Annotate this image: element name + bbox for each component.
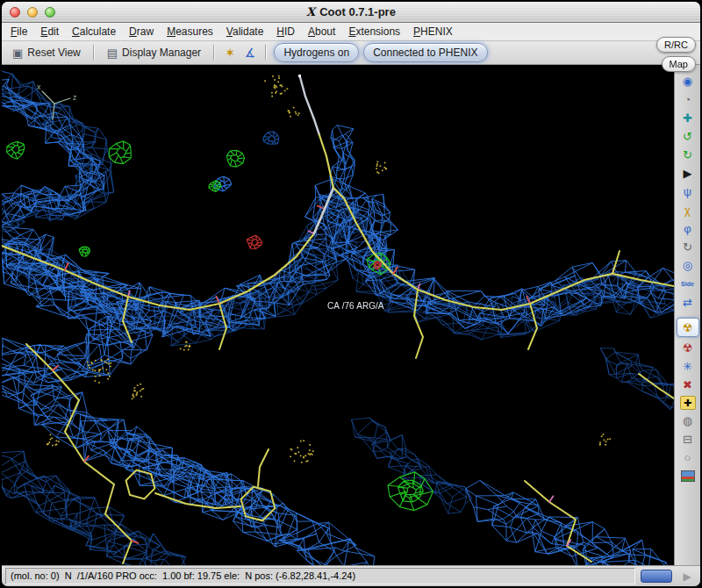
goto-atom-icon[interactable]: ✶ [222,46,238,60]
traffic-lights [2,7,55,18]
toolbar-separator [265,45,267,61]
flip-peptide-icon[interactable]: ⇄ [677,294,698,311]
rotate-translate-icon[interactable]: ✚ [677,110,698,126]
zoom-button[interactable] [45,7,55,18]
pepflip-icon[interactable]: ✳ [677,358,698,375]
menu-bar: File Edit Calculate Draw Measures Valida… [2,23,700,41]
screenshot-icon[interactable] [677,468,698,484]
play-icon: ▶ [683,570,691,583]
regularize-zone-icon[interactable]: ☢ [677,340,698,356]
side-chain-180-icon[interactable]: Side [677,276,698,292]
reset-view-label: Reset View [27,47,80,59]
mutate-icon[interactable]: ◍ [677,412,698,429]
toolbar: ▣ Reset View ▤ Display Manager ✶ ∡ Hydro… [2,41,700,65]
auto-fit-rotamer-icon[interactable]: ✖ [677,376,698,393]
menu-about[interactable]: About [308,25,335,38]
add-terminal-residue-icon[interactable]: ✚ [680,396,696,410]
window-title: X Coot 0.7.1-pre [2,5,700,18]
measure-distance-icon[interactable]: ∡ [242,46,259,60]
chi-angles-icon[interactable]: χ [677,202,698,219]
rrc-button[interactable]: R/RC [656,37,696,53]
status-text: (mol. no: 0) N /1/A/160 PRO occ: 1.00 bf… [5,568,635,584]
reset-view-icon: ▣ [12,47,23,59]
undo-icon[interactable]: ↺ [677,128,698,145]
run-state-button[interactable]: ▶ [677,570,697,584]
image-chip-icon [681,470,695,482]
menu-phenix[interactable]: PHENIX [413,25,453,38]
viewport-panel [2,65,674,565]
main-content: ◉ ◔ ✚ ↺ ↻ ▶ ψ χ φ ↻ ◎ Side ⇄ ☢ ☢ ✳ ✖ ✚ ◍… [2,65,700,565]
x11-icon: X [306,5,315,18]
toolbar-separator [213,45,215,61]
redo-icon[interactable]: ↻ [677,147,698,163]
torsion-general-icon[interactable]: φ [677,220,698,237]
phenix-connection-button[interactable]: Connected to PHENIX [363,43,487,62]
status-bar: (mol. no: 0) N /1/A/160 PRO occ: 1.00 bf… [2,565,700,586]
hydrogens-toggle-button[interactable]: Hydrogens on [274,43,359,62]
toolbar-separator [93,45,95,61]
spin-view-icon[interactable]: ◉ [677,73,698,90]
rotamers-icon[interactable]: ψ [677,183,698,200]
menu-calculate[interactable]: Calculate [72,25,116,38]
reset-view-button[interactable]: ▣ Reset View [7,45,86,61]
menu-validate[interactable]: Validate [226,25,264,38]
title-bar[interactable]: X Coot 0.7.1-pre [2,2,700,23]
close-button[interactable] [10,7,20,18]
coot-window: X Coot 0.7.1-pre File Edit Calculate Dra… [2,2,700,586]
refine-zone-icon[interactable]: ☢ [677,318,699,337]
window-title-text: Coot 0.7.1-pre [319,5,396,18]
status-progress-pill [641,570,672,583]
display-manager-button[interactable]: ▤ Display Manager [102,45,206,61]
molecular-viewport[interactable] [2,65,674,565]
menu-hid[interactable]: HID [276,25,295,38]
menu-draw[interactable]: Draw [129,25,154,38]
menu-measures[interactable]: Measures [167,25,213,38]
minimize-button[interactable] [27,7,38,18]
menu-extensions[interactable]: Extensions [348,25,400,38]
goto-residue-icon[interactable]: ◎ [677,257,698,274]
run-script-icon[interactable]: ▶ [677,165,698,182]
side-toolbar: ◉ ◔ ✚ ↺ ↻ ▶ ψ χ φ ↻ ◎ Side ⇄ ☢ ☢ ✳ ✖ ✚ ◍… [674,65,700,565]
menu-file[interactable]: File [11,25,27,38]
display-manager-icon: ▤ [107,47,118,59]
menu-edit[interactable]: Edit [40,25,59,38]
map-button[interactable]: Map [662,56,696,72]
delete-item-icon[interactable]: ⊟ [677,431,698,448]
sphere-refine-icon[interactable]: ○ [677,449,698,466]
idle-function-icon[interactable]: ◔ [677,91,698,108]
display-manager-label: Display Manager [122,47,201,59]
rotate-zone-icon[interactable]: ↻ [677,239,698,255]
